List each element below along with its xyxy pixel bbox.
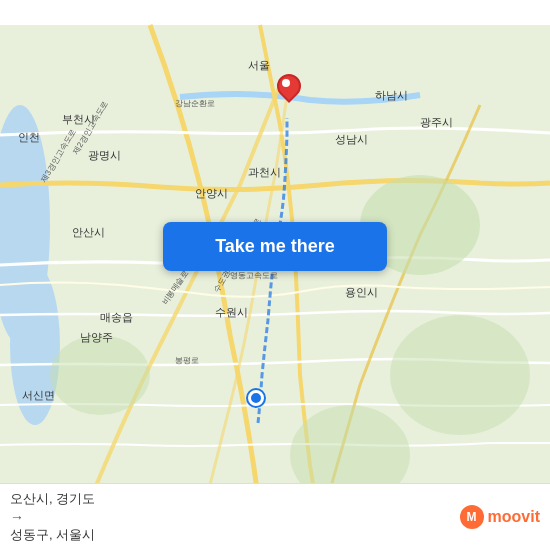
road-label-yeongdong: 영동고속도로 <box>230 270 278 281</box>
city-label-maesong: 매송읍 <box>100 310 133 325</box>
city-label-seongnam: 성남시 <box>335 132 368 147</box>
map-container: 서울 부천시 광명시 성남시 하남시 광주시 과천시 안양시 안산시 수원시 용… <box>0 0 550 550</box>
city-label-anyang: 안양시 <box>195 186 228 201</box>
moovit-icon: M <box>460 505 484 529</box>
city-label-incheon: 인천 <box>18 130 40 145</box>
origin-label: 오산시, 경기도 <box>10 490 95 508</box>
city-label-gwacheon: 과천시 <box>248 165 281 180</box>
city-label-namyang: 남양주 <box>80 330 113 345</box>
take-me-there-button[interactable]: Take me there <box>163 222 387 271</box>
origin-marker <box>248 390 264 406</box>
city-label-gwangmyeong: 광명시 <box>88 148 121 163</box>
city-label-hanam: 하남시 <box>375 88 408 103</box>
road-label-gangnam: 강남순환로 <box>175 98 215 109</box>
route-info: 오산시, 경기도 → 성동구, 서울시 <box>10 490 95 544</box>
city-label-suwon: 수원시 <box>215 305 248 320</box>
svg-point-4 <box>390 315 530 435</box>
city-label-ansan: 안산시 <box>72 225 105 240</box>
moovit-logo: M moovit <box>460 505 540 529</box>
destination-marker <box>277 74 297 102</box>
svg-point-5 <box>50 335 150 415</box>
city-label-yongin: 용인시 <box>345 285 378 300</box>
moovit-brand: moovit <box>488 508 540 526</box>
city-label-seoul: 서울 <box>248 58 270 73</box>
destination-label: 성동구, 서울시 <box>10 526 95 544</box>
city-label-gwangju: 광주시 <box>420 115 453 130</box>
bottom-bar: 오산시, 경기도 → 성동구, 서울시 M moovit <box>0 483 550 550</box>
road-label-bupyeong: 봉평로 <box>175 355 199 366</box>
city-label-seoshin: 서신면 <box>22 388 55 403</box>
route-arrow: → <box>10 509 24 525</box>
